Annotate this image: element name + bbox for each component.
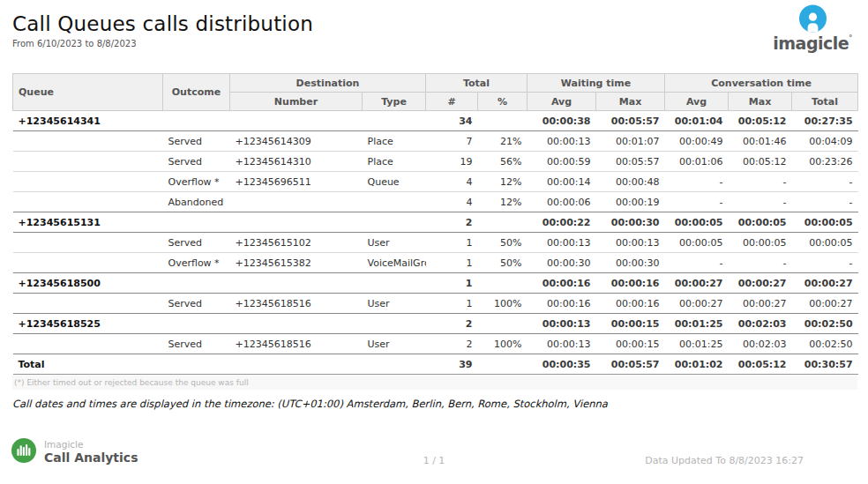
table-row: Abandoned412%00:00:0600:00:19---: [13, 192, 858, 212]
queue-group-row: +12345615131200:00:2200:00:3000:00:0500:…: [13, 212, 858, 233]
cell-waiting-max: 00:00:30: [596, 253, 665, 273]
cell-type: [363, 314, 426, 334]
cell-count: 1: [426, 273, 478, 294]
cell-conversation-total: 00:30:57: [792, 354, 858, 375]
queue-group-row: +12345618500100:00:1600:00:1600:00:2700:…: [13, 273, 858, 294]
imagicle-person-icon: [764, 4, 861, 34]
report-page: Call Queues calls distribution From 6/10…: [0, 0, 868, 484]
cell-type: Place: [363, 152, 426, 172]
cell-waiting-avg: 00:00:22: [528, 212, 596, 233]
cell-conversation-avg: 00:01:25: [665, 314, 729, 334]
cell-conversation-total: 00:00:27: [792, 294, 858, 314]
cell-number: +12345614309: [230, 131, 363, 152]
cell-conversation-avg: 00:00:05: [665, 212, 729, 233]
cell-conversation-max: 00:01:46: [729, 131, 792, 152]
cell-waiting-avg: 00:00:38: [528, 111, 596, 131]
cell-conversation-max: -: [729, 172, 792, 192]
cell-outcome: [163, 273, 230, 294]
cell-waiting-max: 00:00:15: [596, 334, 665, 354]
cell-percent: 12%: [478, 192, 528, 212]
report-footer: Imagicle Call Analytics 1 / 1 Data Updat…: [0, 436, 868, 474]
cell-number: +12345618516: [230, 294, 363, 314]
table-header: Queue Outcome Destination Total Waiting …: [13, 74, 858, 111]
cell-number: [230, 314, 363, 334]
cell-conversation-avg: 00:00:49: [665, 131, 729, 152]
cell-conversation-max: 00:00:05: [729, 212, 792, 233]
queue-group-row: +123456143413400:00:3800:05:5700:01:0400…: [13, 111, 858, 131]
cell-queue: [13, 152, 163, 172]
cell-percent: [478, 273, 528, 294]
cell-outcome: Served: [163, 294, 230, 314]
cell-queue: +12345615131: [13, 212, 163, 233]
cell-conversation-max: 00:05:12: [729, 111, 792, 131]
cell-waiting-avg: 00:00:59: [528, 152, 596, 172]
cell-count: 39: [426, 354, 478, 375]
cell-percent: 50%: [478, 253, 528, 273]
cell-waiting-avg: 00:00:13: [528, 334, 596, 354]
cell-number: [230, 273, 363, 294]
cell-number: +12345618516: [230, 334, 363, 354]
cell-count: 4: [426, 192, 478, 212]
cell-percent: [478, 212, 528, 233]
cell-conversation-avg: -: [665, 172, 729, 192]
imagicle-logo: imagicle°: [764, 4, 861, 52]
table-row: Served+12345618516User2100%00:00:1300:00…: [13, 334, 858, 354]
cell-waiting-max: 00:00:48: [596, 172, 665, 192]
cell-number: [230, 192, 363, 212]
table-row: Overflow *+12345615382VoiceMailGroup150%…: [13, 253, 858, 273]
cell-queue: [13, 294, 163, 314]
cell-waiting-avg: 00:00:35: [528, 354, 596, 375]
cell-number: +12345696511: [230, 172, 363, 192]
cell-number: [230, 354, 363, 375]
table-row: Served+12345614309Place721%00:00:1300:01…: [13, 131, 858, 152]
calls-distribution-table: Queue Outcome Destination Total Waiting …: [12, 73, 858, 375]
cell-outcome: [163, 314, 230, 334]
cell-type: User: [363, 334, 426, 354]
cell-queue: +12345618500: [13, 273, 163, 294]
cell-queue: [13, 131, 163, 152]
cell-outcome: Overflow *: [163, 172, 230, 192]
footer-brand-name: Imagicle: [44, 439, 138, 450]
cell-type: Queue: [363, 172, 426, 192]
cell-count: 2: [426, 314, 478, 334]
cell-waiting-avg: 00:00:16: [528, 273, 596, 294]
cell-queue: [13, 253, 163, 273]
cell-conversation-max: 00:02:03: [729, 314, 792, 334]
cell-waiting-max: 00:05:57: [596, 354, 665, 375]
cell-waiting-max: 00:00:30: [596, 212, 665, 233]
col-header-count: #: [426, 93, 478, 111]
col-header-conversation-avg: Avg: [665, 93, 729, 111]
cell-conversation-avg: 00:01:06: [665, 152, 729, 172]
cell-queue: [13, 334, 163, 354]
cell-count: 19: [426, 152, 478, 172]
cell-percent: 50%: [478, 233, 528, 253]
cell-outcome: [163, 111, 230, 131]
queue-group-row: +12345618525200:00:1300:00:1500:01:2500:…: [13, 314, 858, 334]
cell-outcome: Abandoned: [163, 192, 230, 212]
cell-queue: [13, 192, 163, 212]
col-header-total: Total: [426, 74, 528, 93]
cell-count: 4: [426, 172, 478, 192]
cell-waiting-avg: 00:00:06: [528, 192, 596, 212]
imagicle-wordmark: imagicle°: [764, 35, 861, 52]
cell-percent: 100%: [478, 334, 528, 354]
table-body: +123456143413400:00:3800:05:5700:01:0400…: [13, 111, 858, 375]
cell-number: [230, 111, 363, 131]
cell-percent: [478, 314, 528, 334]
cell-waiting-max: 00:00:16: [596, 273, 665, 294]
trademark-mark: °: [849, 34, 852, 42]
cell-type: [363, 354, 426, 375]
cell-waiting-max: 00:05:57: [596, 152, 665, 172]
cell-conversation-avg: -: [665, 192, 729, 212]
cell-number: +12345614310: [230, 152, 363, 172]
cell-outcome: Overflow *: [163, 253, 230, 273]
col-header-percent: %: [478, 93, 528, 111]
cell-conversation-total: 00:00:27: [792, 273, 858, 294]
cell-percent: [478, 111, 528, 131]
cell-queue: +12345614341: [13, 111, 163, 131]
cell-conversation-max: 00:05:12: [729, 152, 792, 172]
cell-conversation-avg: -: [665, 253, 729, 273]
cell-waiting-avg: 00:00:30: [528, 253, 596, 273]
cell-type: [363, 212, 426, 233]
cell-conversation-avg: 00:01:02: [665, 354, 729, 375]
